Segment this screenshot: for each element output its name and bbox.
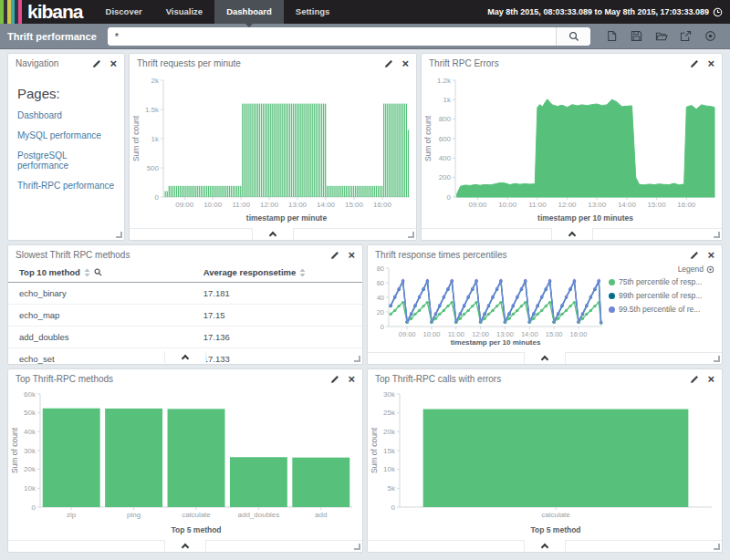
- pencil-icon: [690, 59, 699, 68]
- nav-tab-discover[interactable]: Discover: [94, 0, 154, 24]
- table-row: echo_map 17.15: [8, 305, 362, 327]
- svg-text:0: 0: [32, 503, 36, 512]
- close-panel-button[interactable]: ×: [707, 251, 714, 259]
- svg-text:14:00: 14:00: [521, 330, 538, 338]
- link-postgresql-performance[interactable]: PostgreSQL performance: [17, 150, 115, 171]
- sort-icon: [299, 268, 306, 277]
- share-dashboard-button[interactable]: [673, 27, 698, 46]
- edit-panel-button[interactable]: [384, 59, 393, 68]
- collapse-panel-button[interactable]: [551, 228, 593, 240]
- panel-resize-handle[interactable]: [354, 356, 360, 362]
- svg-text:11:00: 11:00: [448, 330, 464, 338]
- percentiles-chart: 02040608009:0010:0011:0012:0013:0014:001…: [369, 263, 606, 348]
- edit-panel-button[interactable]: [690, 375, 699, 384]
- legend-item-99th[interactable]: 99th percentile of resp...: [609, 291, 714, 300]
- query-input-group: [108, 27, 590, 46]
- nav-tab-dashboard[interactable]: Dashboard: [214, 0, 284, 24]
- load-dashboard-button[interactable]: [649, 27, 673, 46]
- svg-text:add_doubles: add_doubles: [237, 511, 279, 519]
- svg-text:40k: 40k: [24, 428, 36, 436]
- svg-text:09:00: 09:00: [175, 201, 194, 209]
- svg-text:timestamp per 10 minutes: timestamp per 10 minutes: [451, 338, 541, 347]
- nav-tab-visualize[interactable]: Visualize: [154, 0, 215, 24]
- options-button[interactable]: [698, 27, 723, 46]
- svg-text:10k: 10k: [24, 484, 36, 493]
- svg-text:20: 20: [377, 308, 384, 316]
- svg-text:1k: 1k: [443, 96, 452, 104]
- search-button[interactable]: [556, 27, 590, 46]
- chevron-up-icon: [568, 232, 575, 239]
- method-cell: echo_map: [8, 305, 193, 327]
- link-thrift-rpc-performance[interactable]: Thrift-RPC performance: [17, 181, 115, 191]
- legend-item-75th[interactable]: 75th percentile of resp...: [609, 277, 714, 286]
- panel-title: Top Thrift-RPC calls with errors: [375, 374, 690, 384]
- collapse-panel-button[interactable]: [524, 540, 566, 552]
- svg-text:14:00: 14:00: [618, 201, 637, 209]
- legend-item-99-5th[interactable]: 99.5th percentile of re...: [609, 305, 714, 314]
- svg-text:Top 5 method: Top 5 method: [171, 525, 221, 534]
- svg-text:13:00: 13:00: [496, 330, 514, 338]
- svg-text:200: 200: [439, 173, 452, 181]
- link-dashboard[interactable]: Dashboard: [17, 110, 115, 120]
- edit-panel-button[interactable]: [330, 375, 339, 384]
- new-dashboard-button[interactable]: [600, 27, 624, 46]
- close-panel-button[interactable]: ×: [707, 375, 714, 383]
- panel-resize-handle[interactable]: [408, 232, 414, 238]
- close-panel-button[interactable]: ×: [707, 59, 714, 67]
- pencil-icon: [384, 59, 393, 68]
- pencil-icon: [690, 375, 699, 384]
- search-icon: [568, 31, 579, 42]
- svg-text:16:00: 16:00: [677, 201, 696, 209]
- panel-resize-handle[interactable]: [116, 232, 122, 238]
- nav-tab-settings[interactable]: Settings: [284, 0, 341, 24]
- collapse-panel-button[interactable]: [164, 351, 206, 363]
- panel-title: Slowest Thrift RPC methods: [16, 250, 330, 260]
- panel-resize-handle[interactable]: [714, 232, 720, 238]
- query-input[interactable]: [108, 27, 556, 46]
- close-panel-button[interactable]: ×: [402, 59, 409, 67]
- panel-resize-handle[interactable]: [714, 356, 720, 362]
- options-icon: [704, 30, 716, 42]
- svg-text:12:00: 12:00: [260, 201, 279, 209]
- svg-text:12:00: 12:00: [472, 330, 489, 338]
- panel-thrift-requests-per-minute: Thrift requests per minute × 05001k1.5k2…: [129, 53, 417, 241]
- svg-text:15:00: 15:00: [648, 201, 667, 209]
- collapse-panel-button[interactable]: [252, 228, 294, 240]
- close-panel-button[interactable]: ×: [348, 251, 355, 259]
- svg-text:calculate: calculate: [182, 511, 211, 519]
- svg-text:1.5k: 1.5k: [145, 106, 160, 114]
- edit-panel-button[interactable]: [690, 251, 699, 260]
- panel-thrift-response-times-percentiles: Thrift response times percentiles × 0204…: [367, 244, 723, 365]
- link-mysql-performance[interactable]: MySQL performance: [17, 130, 115, 140]
- kibana-logo[interactable]: kibana: [0, 0, 94, 24]
- sort-icon: [84, 268, 90, 277]
- responsetime-cell: 17.136: [193, 327, 362, 348]
- svg-text:0: 0: [381, 323, 384, 331]
- collapse-panel-button[interactable]: [524, 352, 566, 364]
- svg-text:16:00: 16:00: [373, 201, 392, 209]
- panel-title: Thrift requests per minute: [137, 58, 384, 68]
- svg-text:600: 600: [439, 135, 452, 143]
- method-cell: echo_binary: [8, 283, 193, 305]
- edit-panel-button[interactable]: [690, 59, 699, 68]
- edit-panel-button[interactable]: [330, 251, 339, 260]
- close-panel-button[interactable]: ×: [110, 59, 117, 67]
- svg-text:60: 60: [377, 279, 384, 287]
- method-cell: add_doubles: [8, 327, 193, 348]
- collapse-panel-button[interactable]: [164, 540, 206, 552]
- legend-toggle[interactable]: Legend: [609, 264, 714, 274]
- svg-text:timestamp per minute: timestamp per minute: [246, 213, 328, 223]
- responsetime-cell: 17.181: [193, 283, 362, 305]
- edit-panel-button[interactable]: [92, 59, 101, 68]
- svg-text:Sum of count: Sum of count: [131, 115, 141, 161]
- time-range-picker[interactable]: May 8th 2015, 08:03:33.089 to May 8th 20…: [487, 0, 730, 24]
- svg-text:30k: 30k: [24, 447, 36, 455]
- column-header-responsetime[interactable]: Average responsetime: [193, 263, 362, 283]
- save-dashboard-button[interactable]: [624, 27, 649, 46]
- svg-text:Sum of count: Sum of count: [10, 427, 19, 473]
- chevron-up-icon: [182, 355, 189, 362]
- panel-resize-handle[interactable]: [354, 544, 360, 550]
- close-panel-button[interactable]: ×: [348, 375, 355, 383]
- column-header-method[interactable]: Top 10 method: [8, 263, 193, 283]
- panel-resize-handle[interactable]: [714, 544, 720, 550]
